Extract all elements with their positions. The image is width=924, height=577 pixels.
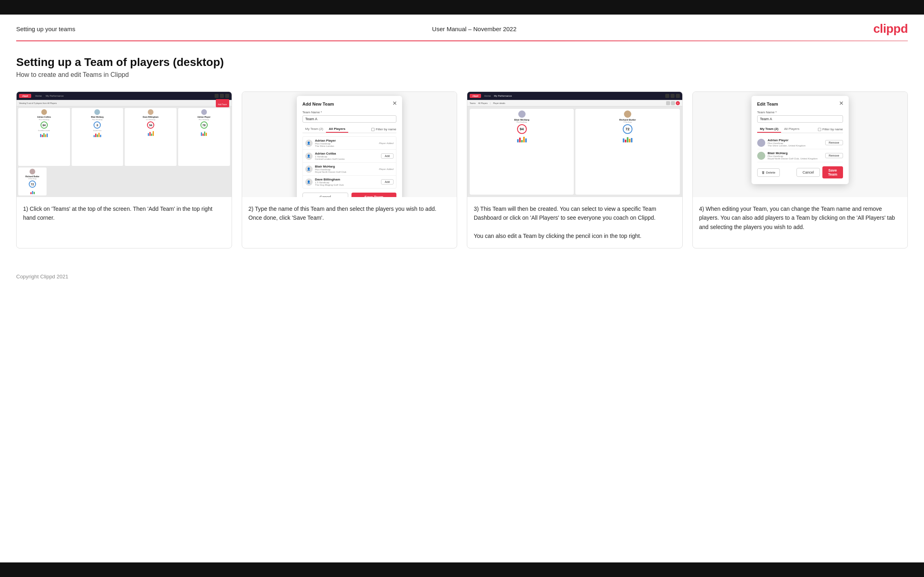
edit-player-item-1: Adrian Player Plus HandicapThe Shire Lon… — [757, 136, 843, 149]
card-4-text: 4) When editing your Team, you can chang… — [693, 197, 908, 248]
edit-tab-my-team[interactable]: My Team (2) — [757, 126, 781, 133]
card-4: Edit Team ✕ Team Name * Team A My Team (… — [692, 91, 908, 248]
player-list: 👤 Adrian Player Plus HandicapThe Shire L… — [302, 136, 396, 189]
card-2-screenshot: Add New Team ✕ Team Name * Team A My Tea… — [242, 92, 457, 197]
edit-cancel-button[interactable]: Cancel — [796, 168, 820, 177]
team-name-input[interactable]: Team A — [302, 115, 396, 123]
player-item-1: 👤 Adrian Player Plus HandicapThe Shire L… — [303, 137, 396, 150]
edit-modal-title: Edit Team — [757, 102, 843, 106]
card-1-text: 1) Click on 'Teams' at the top of the sc… — [17, 197, 232, 248]
card-3: clippd Home My Performance Teams Al — [467, 91, 683, 248]
tab-my-team[interactable]: My Team (2) — [302, 126, 326, 133]
player-status-1: Player Added — [379, 142, 394, 144]
add-team-modal: Add New Team ✕ Team Name * Team A My Tea… — [297, 96, 402, 197]
player-detail-4: 1.5 HandicapThe Dog Maging Golf Club — [315, 181, 379, 186]
add-player-2-button[interactable]: Add — [381, 153, 393, 159]
edit-modal-tabs: My Team (2) All Players Filter by name — [757, 126, 843, 133]
card-4-screenshot: Edit Team ✕ Team Name * Team A My Team (… — [693, 92, 908, 197]
top-bar — [0, 0, 924, 15]
clippd-logo: clippd — [873, 22, 908, 36]
cancel-button[interactable]: Cancel — [302, 193, 348, 197]
remove-player-2-button[interactable]: Remove — [825, 153, 843, 158]
page-title: Setting up a Team of players (desktop) — [16, 56, 908, 69]
player-info-2: Adrian Coliba 1 HandicapCentral London G… — [315, 152, 379, 160]
player-item-3: 👤 Blair McHarg Plus HandicapRoyal North … — [303, 163, 396, 176]
edit-team-name-label: Team Name * — [757, 110, 843, 114]
edit-modal-footer: 🗑 Delete Cancel Save Team — [757, 166, 843, 178]
player-avatar-1: 👤 — [305, 140, 313, 147]
player-info-1: Adrian Player Plus HandicapThe Shire Lon… — [315, 139, 377, 147]
player-avatar-2: 👤 — [305, 153, 313, 160]
player-detail-2: 1 HandicapCentral London Golf Centre — [315, 155, 379, 160]
edit-filter-by-name: Filter by name — [818, 126, 843, 133]
tab-all-players[interactable]: All Players — [326, 126, 348, 133]
edit-save-team-button[interactable]: Save Team — [822, 166, 843, 178]
header-center-text: User Manual – November 2022 — [432, 25, 516, 32]
player-item-4: 👤 Dave Billingham 1.5 HandicapThe Dog Ma… — [303, 176, 396, 188]
player-avatar-4: 👤 — [305, 178, 313, 186]
modal-tabs: My Team (2) All Players Filter by name — [302, 126, 396, 133]
save-team-button[interactable]: Save Team — [351, 193, 396, 197]
card-1: clippd Home My Performance Viewing 5 out… — [16, 91, 232, 248]
edit-team-modal: Edit Team ✕ Team Name * Team A My Team (… — [752, 96, 849, 184]
page-subtitle: How to create and edit Teams in Clippd — [16, 71, 908, 78]
card-2-text: 2) Type the name of this Team and then s… — [242, 197, 457, 248]
player-item-2: 👤 Adrian Coliba 1 HandicapCentral London… — [303, 150, 396, 163]
header: Setting up your teams User Manual – Nove… — [0, 15, 924, 40]
cards-grid: clippd Home My Performance Viewing 5 out… — [16, 91, 908, 248]
edit-player-item-2: Blair McHarg Plus HandicapRoyal North De… — [757, 149, 843, 162]
footer: Copyright Clippd 2021 — [0, 269, 924, 284]
card-2: Add New Team ✕ Team Name * Team A My Tea… — [242, 91, 458, 248]
card-1-screenshot: clippd Home My Performance Viewing 5 out… — [17, 92, 232, 197]
header-left-text: Setting up your teams — [16, 25, 75, 32]
player-detail-3: Plus HandicapRoyal North Devon Golf Club — [315, 168, 377, 173]
card-3-screenshot: clippd Home My Performance Teams Al — [467, 92, 682, 197]
edit-modal-close-icon[interactable]: ✕ — [839, 100, 844, 106]
add-player-4-button[interactable]: Add — [381, 179, 393, 185]
edit-tab-all-players[interactable]: All Players — [781, 126, 802, 133]
filter-by-name: Filter by name — [371, 126, 396, 133]
remove-player-1-button[interactable]: Remove — [825, 140, 843, 145]
player-avatar-3: 👤 — [305, 165, 313, 173]
player-name-1: Adrian Player — [315, 139, 377, 142]
player-name-2: Adrian Coliba — [315, 152, 379, 155]
player-name-4: Dave Billingham — [315, 178, 379, 181]
player-info-3: Blair McHarg Plus HandicapRoyal North De… — [315, 165, 377, 173]
edit-team-name-input[interactable]: Team A — [757, 115, 843, 123]
copyright-text: Copyright Clippd 2021 — [16, 274, 68, 280]
modal-title: Add New Team — [302, 102, 396, 106]
trash-icon: 🗑 — [762, 171, 765, 174]
delete-team-button[interactable]: 🗑 Delete — [757, 168, 780, 177]
modal-close-icon[interactable]: ✕ — [392, 100, 397, 106]
bottom-bar — [0, 562, 924, 577]
player-info-4: Dave Billingham 1.5 HandicapThe Dog Magi… — [315, 178, 379, 186]
main-content: Setting up a Team of players (desktop) H… — [0, 41, 924, 269]
player-detail-1: Plus HandicapThe Shire London — [315, 142, 377, 147]
edit-player-list: Adrian Player Plus HandicapThe Shire Lon… — [757, 136, 843, 162]
modal-footer-buttons: Cancel Save Team — [302, 193, 396, 197]
player-name-3: Blair McHarg — [315, 165, 377, 168]
player-status-3: Player Added — [379, 168, 394, 170]
card-3-text: 3) This Team will then be created. You c… — [467, 197, 682, 248]
team-name-label: Team Name * — [302, 110, 396, 114]
